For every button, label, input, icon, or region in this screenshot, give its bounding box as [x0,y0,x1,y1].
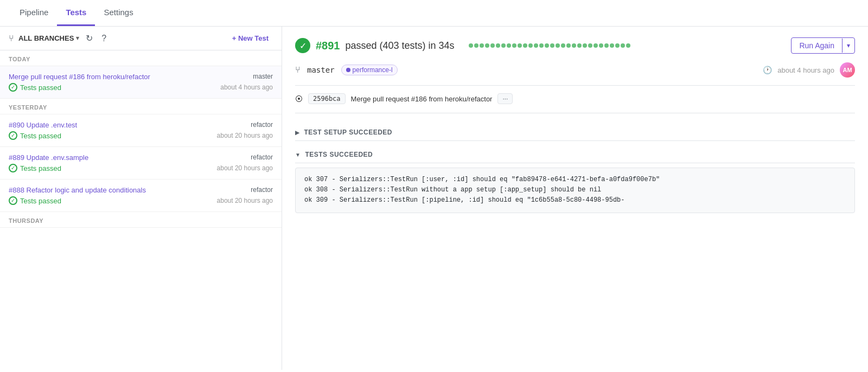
build-time-888: about 20 hours ago [217,197,273,204]
progress-dot [485,43,489,48]
progress-dot [518,43,522,48]
branch-selector[interactable]: ALL BRANCHES ▾ [18,34,79,42]
build-item-top-890: #890 Update .env.test refactor [9,121,273,129]
progress-dot [615,43,620,48]
code-line: ok 309 - Serializers::TestRun [:pipeline… [304,195,846,206]
build-time-889: about 20 hours ago [217,164,273,172]
progress-dot [545,43,549,48]
progress-dot [469,43,473,48]
run-again-button-group: Run Again ▾ [791,37,855,54]
progress-dot [561,43,565,48]
build-item-bottom-888: Tests passed about 20 hours ago [9,196,273,205]
section-header-yesterday: YESTERDAY [0,99,282,114]
build-item-891[interactable]: Merge pull request #186 from heroku/refa… [0,66,282,99]
build-status-889: Tests passed [9,164,61,172]
run-again-dropdown-button[interactable]: ▾ [842,39,854,53]
progress-dot [501,43,506,48]
refresh-button[interactable]: ↻ [84,32,95,44]
meta-branch-name: master [307,66,335,74]
build-time-890: about 20 hours ago [217,132,273,139]
section-header-thursday: THURSDAY [0,212,282,228]
accordion-setup-label: TEST SETUP SUCCEEDED [304,129,392,136]
progress-dot [496,43,500,48]
build-title-888: #888 Refactor logic and update condition… [9,186,246,194]
check-circle-icon-890 [9,131,17,140]
build-branch-891: master [253,73,273,80]
progress-dot [490,43,495,48]
tab-settings[interactable]: Settings [95,0,142,26]
accordion-right-arrow-icon: ▶ [295,130,300,136]
progress-dot [599,43,603,48]
commit-more-button[interactable]: ··· [497,93,513,104]
check-circle-icon-891 [9,83,17,92]
progress-dot [604,43,609,48]
new-test-button[interactable]: + New Test [228,32,273,44]
progress-dot [507,43,511,48]
build-status-label-890: Tests passed [20,132,61,140]
accordion-tests-label: TESTS SUCCEEDED [305,151,373,158]
progress-dot [583,43,587,48]
tag-dot-icon [346,68,350,72]
help-button[interactable]: ? [99,33,108,44]
section-header-today: TODAY [0,50,282,66]
build-status-888: Tests passed [9,196,61,205]
check-circle-icon-889 [9,164,17,172]
commit-message: Merge pull request #186 from heroku/refa… [351,95,493,103]
progress-dot [474,43,478,48]
tab-pipeline[interactable]: Pipeline [11,0,57,26]
accordion-setup-header[interactable]: ▶ TEST SETUP SUCCEEDED [295,124,855,141]
build-item-890[interactable]: #890 Update .env.test refactor Tests pas… [0,114,282,147]
progress-dot [539,43,544,48]
code-output: ok 307 - Serializers::TestRun [:user, :i… [295,168,855,213]
progress-dot [577,43,582,48]
meta-tag-label: performance-l [353,66,393,74]
build-item-889[interactable]: #889 Update .env.sample refactor Tests p… [0,147,282,179]
progress-dot [566,43,571,48]
check-circle-icon-888 [9,196,17,205]
build-meta-right: 🕐 about 4 hours ago AM [763,62,855,78]
build-status-891: Tests passed [9,83,61,92]
section-setup-accordion: ▶ TEST SETUP SUCCEEDED [295,124,855,141]
build-status-890: Tests passed [9,131,61,140]
branch-meta-icon: ⑂ [295,65,301,75]
progress-dot [626,43,630,48]
code-line: ok 307 - Serializers::TestRun [:user, :i… [304,175,846,185]
progress-dot [556,43,560,48]
build-title-889: #889 Update .env.sample [9,153,246,162]
build-item-888[interactable]: #888 Refactor logic and update condition… [0,179,282,212]
build-title-891: Merge pull request #186 from heroku/refa… [9,73,248,81]
code-line: ok 308 - Serializers::TestRun without a … [304,185,846,195]
progress-dot [534,43,538,48]
avatar: AM [840,62,855,78]
progress-dot [480,43,484,48]
content-panel: ✓ #891 passed (403 tests) in 34s Run Aga… [282,27,868,370]
section-tests-accordion: ▼ TESTS SUCCEEDED ok 307 - Serializers::… [295,146,855,213]
progress-dots [469,43,630,48]
build-item-top-889: #889 Update .env.sample refactor [9,153,273,162]
build-item-top: Merge pull request #186 from heroku/refa… [9,73,273,81]
success-circle-icon: ✓ [295,38,310,53]
build-header-left: ✓ #891 passed (403 tests) in 34s [295,38,639,53]
build-meta: ⑂ master performance-l 🕐 about 4 hours a… [295,62,855,86]
progress-dot [588,43,592,48]
sidebar: ⑂ ALL BRANCHES ▾ ↻ ? + New Test TODAY Me… [0,27,282,370]
build-time-891: about 4 hours ago [220,84,273,91]
accordion-tests-header[interactable]: ▼ TESTS SUCCEEDED [295,146,855,163]
meta-performance-tag: performance-l [341,65,398,75]
build-meta-left: ⑂ master performance-l [295,65,398,75]
build-item-bottom-889: Tests passed about 20 hours ago [9,164,273,172]
chevron-down-icon: ▾ [76,35,79,42]
build-status-label-888: Tests passed [20,197,61,205]
build-status-label-891: Tests passed [20,84,61,92]
clock-icon: 🕐 [763,66,772,74]
run-again-button[interactable]: Run Again [792,38,842,53]
commit-icon: ⦿ [295,94,303,103]
tab-tests[interactable]: Tests [57,0,95,26]
build-item-bottom-890: Tests passed about 20 hours ago [9,131,273,140]
progress-dot [550,43,554,48]
build-title-890: #890 Update .env.test [9,121,246,129]
sidebar-toolbar-left: ⑂ ALL BRANCHES ▾ ↻ ? [9,32,108,44]
build-number: #891 [316,40,340,52]
build-branch-890: refactor [251,121,273,129]
branch-icon: ⑂ [9,34,14,43]
